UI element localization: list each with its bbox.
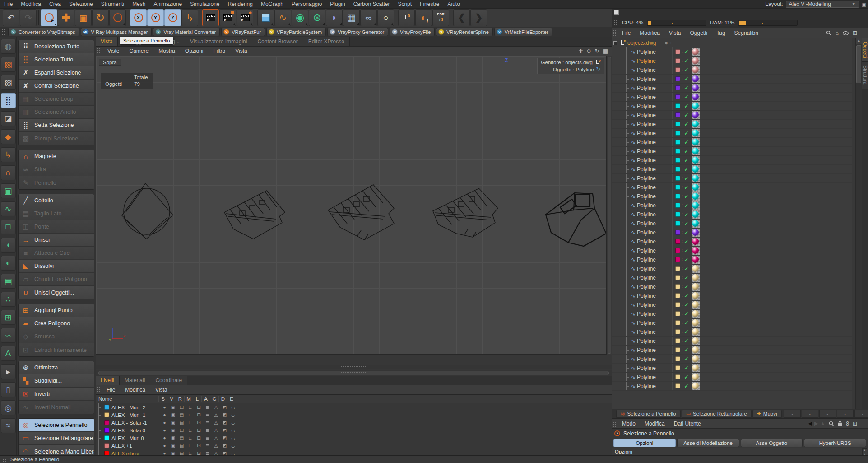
object-color-swatch[interactable] <box>675 85 680 90</box>
visibility-dots-icon[interactable]: ∶ <box>682 112 683 117</box>
object-row[interactable]: ∿ Polyline ∶ ✓ <box>612 93 852 102</box>
visibility-dots-icon[interactable]: ∶ <box>682 338 683 343</box>
object-name[interactable]: Polyline <box>637 157 672 164</box>
object-color-swatch[interactable] <box>675 67 680 72</box>
layer-toggle-icon[interactable]: ▣ <box>169 428 177 433</box>
menubar-item[interactable]: MoGraph <box>257 1 288 7</box>
object-name[interactable]: Polyline <box>637 257 672 263</box>
object-row[interactable]: ∿ Polyline ∶ ✓ <box>612 228 852 237</box>
mode-tile[interactable]: ≈ <box>1 418 16 433</box>
view-control-icon[interactable]: ⊕ <box>587 48 591 54</box>
layer-toggle-icon[interactable]: △ <box>212 420 220 425</box>
enabled-check-icon[interactable]: ✓ <box>684 293 689 299</box>
object-name[interactable]: Polyline <box>637 229 672 236</box>
object-row[interactable]: ∿ Polyline ∶ ✓ <box>612 373 852 382</box>
material-tag[interactable] <box>692 310 700 318</box>
object-row[interactable]: ∿ Polyline ∶ ✓ <box>612 337 852 346</box>
enabled-check-icon[interactable]: ✓ <box>684 175 689 182</box>
material-tag[interactable] <box>692 111 700 119</box>
layer-toggle-icon[interactable]: ⊡ <box>195 420 203 425</box>
visibility-dots-icon[interactable]: ∶ <box>682 239 683 244</box>
mode-tile[interactable]: ▯ <box>1 382 16 397</box>
material-tag[interactable] <box>692 192 700 201</box>
layer-toggle-icon[interactable]: ▤ <box>177 420 186 425</box>
plugin-button[interactable]: V VRayParticleSystem <box>266 28 326 36</box>
viewport-scrollbar-1[interactable] <box>96 365 612 369</box>
palette-item[interactable]: ▩ Riempi Selezione <box>19 132 94 145</box>
viewport-tab[interactable]: Visualizzatore Immagini <box>185 37 253 46</box>
visibility-dots-icon[interactable]: ∶ <box>682 122 683 126</box>
mode-tile[interactable]: □ <box>1 220 16 234</box>
layer-toggle-icon[interactable]: ▤ <box>177 435 186 440</box>
object-row[interactable]: ∿ Polyline ∶ ✓ <box>612 47 852 56</box>
palette-item[interactable]: ✗ Espandi Selezione <box>19 66 94 80</box>
layer-toggle-icon[interactable]: ● <box>160 405 169 410</box>
object-name[interactable]: Polyline <box>637 211 672 218</box>
visibility-dots-icon[interactable]: ∶ <box>682 347 683 352</box>
palette-item[interactable]: ∪ Unisci Oggetti... <box>19 286 94 299</box>
palette-item[interactable]: ▭ Selezione Rettangolare <box>19 432 94 445</box>
layers-menu-item[interactable]: Vista <box>150 387 172 393</box>
object-name[interactable]: Polyline <box>637 76 672 82</box>
plugin-button[interactable]: V Vray Material Converter <box>153 28 220 36</box>
plugin-button[interactable]: V VrMeshFileExporter <box>494 28 552 36</box>
layer-toggle-icon[interactable]: ≣ <box>203 435 212 440</box>
visibility-dots-icon[interactable]: ∶ <box>682 365 683 370</box>
object-name[interactable]: Polyline <box>637 293 672 299</box>
layer-toggle-icon[interactable]: ● <box>160 420 169 425</box>
layer-toggle-icon[interactable]: ▣ <box>169 412 177 417</box>
mode-tile[interactable]: ▣ <box>1 183 16 198</box>
enabled-check-icon[interactable]: ✓ <box>684 85 689 91</box>
scrollbar-thumb[interactable] <box>856 45 861 83</box>
viewport-scrollbar-2[interactable] <box>96 370 612 376</box>
enabled-check-icon[interactable]: ✓ <box>684 130 689 136</box>
object-color-swatch[interactable] <box>675 347 680 352</box>
layer-toggle-icon[interactable]: ⊡ <box>195 412 203 417</box>
object-color-swatch[interactable] <box>675 158 680 163</box>
z-axis-lock-button[interactable]: Z <box>164 9 181 26</box>
layer-name[interactable]: ALEX - Solai -1 <box>111 420 160 426</box>
enabled-check-icon[interactable]: ✓ <box>684 365 689 371</box>
visibility-dots-icon[interactable]: ∶ <box>682 275 683 280</box>
mode-tile[interactable]: ∽ <box>1 328 16 343</box>
enabled-check-icon[interactable]: ✓ <box>684 356 689 362</box>
material-tag[interactable] <box>692 138 700 146</box>
material-tag[interactable] <box>692 156 700 164</box>
palette-item[interactable]: ⊞ Aggiungi Punto <box>19 304 94 317</box>
visibility-dots-icon[interactable]: ∶ <box>682 76 683 81</box>
layout-select[interactable]: Alex V -Modelling ▼ <box>786 1 859 8</box>
palette-item[interactable]: ∿ Inverti Normali <box>19 401 94 414</box>
enabled-check-icon[interactable]: ✓ <box>684 275 689 281</box>
object-name[interactable]: Polyline <box>637 49 672 55</box>
mode-tile[interactable]: A <box>1 346 16 361</box>
object-manager-menu-item[interactable]: Oggetti <box>686 30 712 36</box>
object-color-swatch[interactable] <box>675 58 680 63</box>
palette-item[interactable]: ▤ Taglio Lato <box>19 207 94 220</box>
material-tag[interactable] <box>692 174 700 182</box>
history-nav-icon[interactable]: ▶ <box>814 421 818 426</box>
palette-item[interactable]: ⊡ Estrudi Internamente <box>19 343 94 356</box>
object-name[interactable]: Polyline <box>637 356 672 362</box>
tool-tab[interactable]: ◎ Selezione a Pennello <box>616 410 681 418</box>
menubar-item[interactable]: File <box>0 1 17 7</box>
palette-item[interactable]: ◇ Smussa <box>19 330 94 343</box>
visibility-dots-icon[interactable]: ∶ <box>682 67 683 72</box>
object-row[interactable]: ∿ Polyline ∶ ✓ <box>612 56 852 65</box>
layer-toggle-icon[interactable]: ● <box>160 428 169 433</box>
layer-toggle-icon[interactable]: ◩ <box>220 412 229 417</box>
enabled-check-icon[interactable]: ✓ <box>684 76 689 82</box>
material-tag[interactable] <box>692 84 700 92</box>
attribute-subtab[interactable]: Asse Oggetto <box>741 439 803 447</box>
object-color-swatch[interactable] <box>675 374 680 379</box>
visibility-dots-icon[interactable]: ∶ <box>670 41 672 46</box>
visibility-dots-icon[interactable]: ∶ <box>682 266 683 271</box>
object-color-swatch[interactable] <box>675 293 680 298</box>
object-row[interactable]: ∿ Polyline ∶ ✓ <box>612 300 852 309</box>
visibility-dots-icon[interactable]: ∶ <box>682 49 683 54</box>
visibility-dots-icon[interactable]: ∶ <box>682 320 683 325</box>
object-row[interactable]: ∿ Polyline ∶ ✓ <box>612 174 852 183</box>
enabled-check-icon[interactable]: ✓ <box>684 139 689 145</box>
object-row[interactable]: ∿ Polyline ∶ ✓ <box>612 210 852 219</box>
layer-color-swatch[interactable] <box>104 412 109 417</box>
layer-toggle-icon[interactable]: ∟ <box>186 428 195 433</box>
